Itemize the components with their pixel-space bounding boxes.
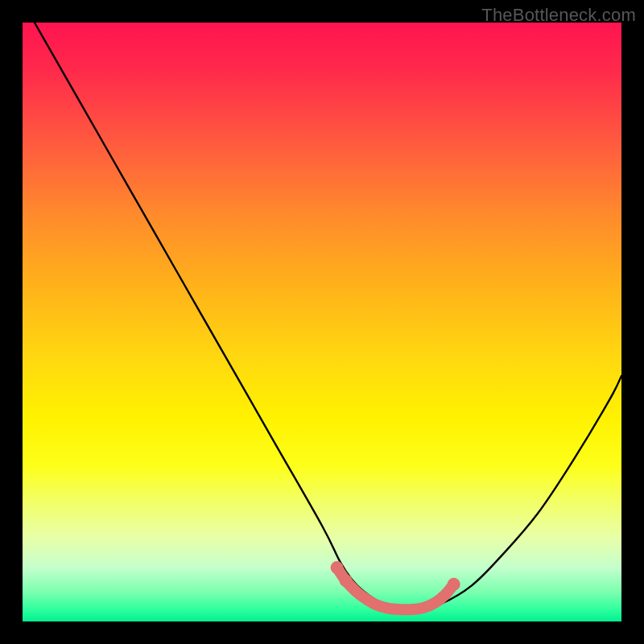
curve-layer [23,23,621,621]
optimal-band-endpoint [340,574,353,587]
watermark-text: TheBottleneck.com [481,5,636,26]
plot-area [23,23,621,621]
bottleneck-curve [35,23,621,610]
optimal-band-endpoint [331,561,344,574]
optimal-band [337,568,454,609]
optimal-band-endpoint [448,578,460,591]
chart-frame: TheBottleneck.com [0,0,644,644]
